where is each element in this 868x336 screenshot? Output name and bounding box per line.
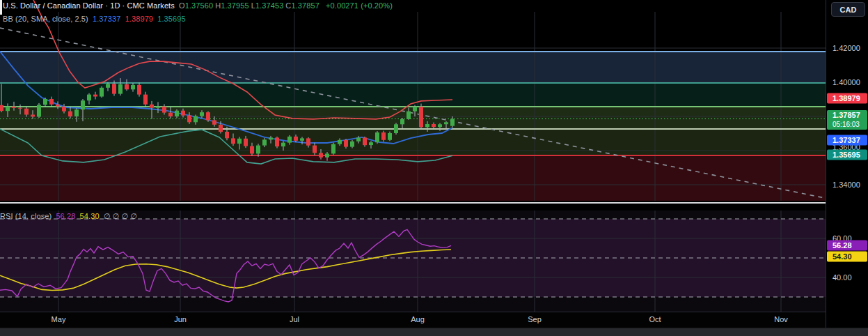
candle-body [187,116,191,123]
candle-body [74,109,79,116]
candle-body [6,107,10,111]
price-scale[interactable]: CAD 1.420001.400001.360001.3400060.0040.… [826,0,868,328]
candle-body [118,84,123,94]
candle-body [381,132,386,140]
chart-canvas[interactable] [0,0,826,312]
price-zone-3 [0,129,826,155]
left-edge-notch [0,0,2,15]
candle-body [425,124,429,127]
candle-body [219,125,223,132]
ohlc-value-L: 1.37453 [255,1,283,10]
candle-body [12,107,16,108]
candle-body [250,146,254,154]
chart-window: U.S. Dollar / Canadian Dollar · 1D · CMC… [0,0,868,336]
axis-label-40.00: 40.00 [833,273,852,282]
candle-body [206,112,210,120]
price-badge-1.37857: 1.3785705:16:03 [827,110,867,130]
ohlc-values: O1.37560H1.37955L1.37453C1.37857 [179,1,322,10]
candle-body [331,144,336,154]
rsi-empty-values: ∅ ∅ ∅ ∅ [104,212,137,220]
candle-body [212,120,216,124]
bb-lower-value: 1.35695 [157,15,185,23]
price-badge-1.37337: 1.37337 [827,135,867,146]
candle-body [143,95,148,105]
candle-body [137,85,141,95]
ohlc-key-O: O [179,1,185,10]
time-label-Jul: Jul [290,315,299,323]
ohlc-key-H: H [215,1,221,10]
time-label-Nov: Nov [774,315,788,323]
price-badge-1.35695: 1.35695 [827,150,867,160]
rsi-legend-row[interactable]: RSI (14, close) 56.28 54.30 ∅ ∅ ∅ ∅ [0,212,139,221]
candle-body [237,139,242,144]
candle-body [194,116,198,123]
bb-upper-value: 1.38979 [125,15,153,23]
time-label-Jun: Jun [174,315,187,323]
time-scale[interactable]: MayJunJulAugSepOctNov [0,312,826,328]
candle-body [43,99,47,105]
price-badge-54.30: 54.30 [827,252,867,262]
candle-body [300,138,304,140]
ohlc-value-C: 1.37857 [291,1,319,10]
rsi-label: RSI (14, close) [0,212,52,220]
candle-body [156,107,160,108]
currency-toggle-button[interactable]: CAD [831,2,865,17]
candle-body [262,139,267,145]
candle-body [356,137,361,141]
candle-body [419,107,423,127]
candle-body [37,105,41,116]
time-label-Oct: Oct [649,315,661,323]
candle-body [93,95,97,97]
countdown-timer: 05:16:03 [833,121,867,130]
bb-legend-row[interactable]: BB (20, SMA, close, 2.5) 1.37337 1.38979… [3,15,188,23]
horizontal-scrollbar[interactable] [0,328,868,336]
candle-body [400,119,404,124]
candle-body [388,133,392,140]
candle-body [294,137,298,141]
candle-body [444,122,448,124]
candle-body [413,107,417,112]
candle-body [319,153,323,157]
candle-body [131,85,135,89]
candle-body [325,153,329,157]
candle-body [81,100,85,109]
symbol-legend-row[interactable]: U.S. Dollar / Canadian Dollar · 1D · CMC… [3,1,395,10]
candle-body [31,115,35,117]
axis-label-1.34000: 1.34000 [833,181,860,189]
ohlc-value-O: 1.37560 [185,1,213,10]
rsi-ma-value: 54.30 [80,212,100,220]
price-zone-4 [0,155,826,201]
price-badge-1.38979: 1.38979 [827,93,867,104]
candle-body [49,99,54,105]
candle-body [162,107,166,113]
candle-body [0,105,3,111]
candle-body [225,132,229,138]
candle-body [200,112,204,116]
candle-body [313,146,317,153]
bb-label: BB (20, SMA, close, 2.5) [3,15,88,23]
candle-body [231,138,235,144]
candle-body [24,109,29,115]
candle-body [181,111,185,116]
candle-body [432,124,436,127]
change-value: +0.00271 (+0.20%) [326,1,393,10]
candle-body [350,142,354,147]
ohlc-key-L: L [251,1,255,10]
candle-body [150,105,154,108]
candle-body [363,137,367,145]
candle-body [338,140,342,144]
candle-body [256,146,260,154]
candle-body [62,107,66,112]
time-label-Aug: Aug [411,315,425,323]
price-zone-0 [0,52,826,83]
candle-body [87,95,91,101]
candle-body [450,119,455,125]
axis-label-1.40000: 1.40000 [833,78,860,86]
candle-body [344,140,348,147]
candle-body [306,138,310,145]
time-label-Sep: Sep [528,315,542,323]
candle-body [18,108,22,109]
bb-basis-value: 1.37337 [93,15,120,23]
candle-body [269,137,273,139]
axis-label-1.42000: 1.42000 [833,44,860,52]
